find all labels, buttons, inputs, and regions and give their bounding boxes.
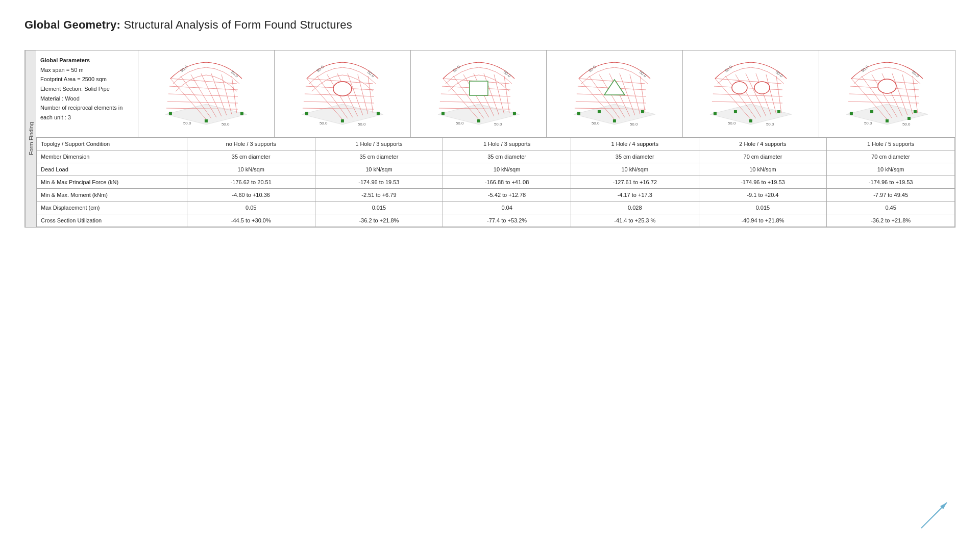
svg-rect-57 (513, 112, 516, 115)
svg-text:50.0: 50.0 (775, 70, 784, 79)
val-force-6: -174.96 to +19.53 (827, 176, 955, 189)
svg-line-73 (576, 102, 646, 103)
params-cell: Global Parameters Max span = 50 m Footpr… (36, 51, 138, 137)
row-member-dim: Member Dimension 35 cm diameter 35 cm di… (37, 151, 955, 163)
val-cross-section-6: -36.2 to +21.8% (827, 214, 955, 227)
row-dead-load: Dead Load 10 kN/sqm 10 kN/sqm 10 kN/sqm … (37, 163, 955, 176)
row-displacement: Max Displacement (cm) 0.05 0.015 0.04 0.… (37, 202, 955, 214)
svg-line-31 (304, 102, 374, 103)
svg-text:50.0: 50.0 (183, 121, 191, 126)
svg-rect-122 (870, 110, 873, 113)
svg-text:50.0: 50.0 (315, 64, 325, 73)
svg-line-95 (712, 102, 782, 103)
svg-rect-119 (850, 112, 853, 115)
svg-point-118 (878, 79, 896, 93)
val-dead-load-3: 10 kN/sqm (443, 163, 571, 176)
svg-rect-121 (914, 110, 917, 113)
svg-rect-56 (477, 119, 480, 122)
row-cross-section: Cross Section Utilization -44.5 to +30.0… (37, 214, 955, 227)
svg-rect-14 (205, 119, 208, 122)
val-moment-3: -5.42 to +12.78 (443, 189, 571, 202)
svg-line-10 (168, 94, 238, 96)
val-displacement-5: 0.015 (699, 202, 827, 214)
svg-rect-36 (377, 112, 380, 115)
svg-rect-76 (577, 112, 580, 115)
svg-line-7 (232, 76, 237, 113)
val-displacement-6: 0.45 (827, 202, 955, 214)
svg-text:50.0: 50.0 (588, 64, 597, 73)
svg-rect-100 (777, 110, 780, 113)
param-label: Global Parameters (40, 56, 134, 65)
param-line-2: Footprint Area = 2500 sqm (40, 74, 134, 84)
label-moment: Min & Max. Moment (kNm) (37, 189, 187, 202)
svg-text:50.0: 50.0 (630, 122, 638, 127)
svg-point-97 (754, 82, 770, 94)
val-displacement-2: 0.015 (315, 202, 443, 214)
svg-line-91 (776, 76, 781, 113)
svg-rect-55 (442, 112, 445, 115)
val-displacement-4: 0.028 (571, 202, 699, 214)
val-topology-3: 1 Hole / 3 supports (443, 138, 571, 151)
svg-text:50.0: 50.0 (358, 122, 366, 127)
svg-text:50.0: 50.0 (592, 121, 600, 126)
svg-rect-123 (908, 117, 911, 120)
svg-rect-98 (714, 112, 717, 115)
label-cross-section: Cross Section Utilization (37, 214, 187, 227)
svg-text:50.0: 50.0 (728, 121, 736, 126)
svg-rect-15 (240, 112, 243, 115)
image-cell-4: 50.0 50.0 50.0 50.0 (547, 51, 683, 137)
svg-rect-77 (613, 119, 616, 122)
val-force-5: -174.96 to +19.53 (699, 176, 827, 189)
label-topology: Topolgy / Support Condition (37, 138, 187, 151)
svg-rect-120 (886, 119, 889, 122)
svg-text:50.0: 50.0 (864, 121, 872, 126)
svg-text:50.0: 50.0 (911, 70, 920, 79)
val-dead-load-4: 10 kN/sqm (571, 163, 699, 176)
label-displacement: Max Displacement (cm) (37, 202, 187, 214)
label-member-dim: Member Dimension (37, 151, 187, 163)
svg-text:50.0: 50.0 (724, 64, 733, 73)
row-force: Min & Max Principal Force (kN) -176.62 t… (37, 176, 955, 189)
table-section: Global Parameters Max span = 50 m Footpr… (36, 51, 955, 227)
val-topology-1: no Hole / 3 supports (187, 138, 315, 151)
val-dead-load-5: 10 kN/sqm (699, 163, 827, 176)
svg-rect-101 (734, 110, 737, 113)
row-moment: Min & Max. Moment (kNm) -4.60 to +10.36 … (37, 189, 955, 202)
svg-text:50.0: 50.0 (222, 122, 230, 127)
svg-text:50.0: 50.0 (502, 70, 511, 79)
val-displacement-1: 0.05 (187, 202, 315, 214)
param-line-3: Element Section: Solid Pipe (40, 84, 134, 94)
svg-line-116 (849, 94, 919, 96)
param-line-1: Max span = 50 m (40, 65, 134, 75)
side-label: Form Finding (25, 51, 36, 227)
row-topology: Topolgy / Support Condition no Hole / 3 … (37, 138, 955, 151)
svg-point-33 (333, 82, 352, 96)
val-topology-6: 1 Hole / 5 supports (827, 138, 955, 151)
image-cell-2: 50.0 50.0 50.0 50.0 (275, 51, 411, 137)
val-cross-section-4: -41.4 to +25.3 % (571, 214, 699, 227)
svg-rect-79 (598, 110, 601, 113)
val-member-dim-6: 70 cm diameter (827, 151, 955, 163)
svg-rect-13 (169, 112, 172, 115)
diagonal-arrow (919, 500, 949, 531)
image-cell-3: 50.0 50.0 50.0 50.0 (411, 51, 547, 137)
svg-text:50.0: 50.0 (494, 122, 502, 127)
svg-text:50.0: 50.0 (366, 70, 375, 79)
image-cell-5: 50.0 50.0 50.0 50.0 (683, 51, 819, 137)
svg-line-11 (167, 102, 238, 103)
svg-text:50.0: 50.0 (861, 64, 870, 73)
val-force-3: -166.88 to +41.08 (443, 176, 571, 189)
svg-text:50.0: 50.0 (639, 70, 648, 79)
val-member-dim-5: 70 cm diameter (699, 151, 827, 163)
val-member-dim-2: 35 cm diameter (315, 151, 443, 163)
val-force-2: -174.96 to 19.53 (315, 176, 443, 189)
val-cross-section-5: -40.94 to +21.8% (699, 214, 827, 227)
svg-line-117 (848, 102, 919, 103)
val-force-1: -176.62 to 20.51 (187, 176, 315, 189)
svg-line-113 (913, 76, 918, 113)
val-topology-2: 1 Hole / 3 supports (315, 138, 443, 151)
svg-rect-99 (749, 119, 752, 122)
val-cross-section-1: -44.5 to +30.0% (187, 214, 315, 227)
val-moment-4: -4.17 to +17.3 (571, 189, 699, 202)
val-cross-section-2: -36.2 to +21.8% (315, 214, 443, 227)
